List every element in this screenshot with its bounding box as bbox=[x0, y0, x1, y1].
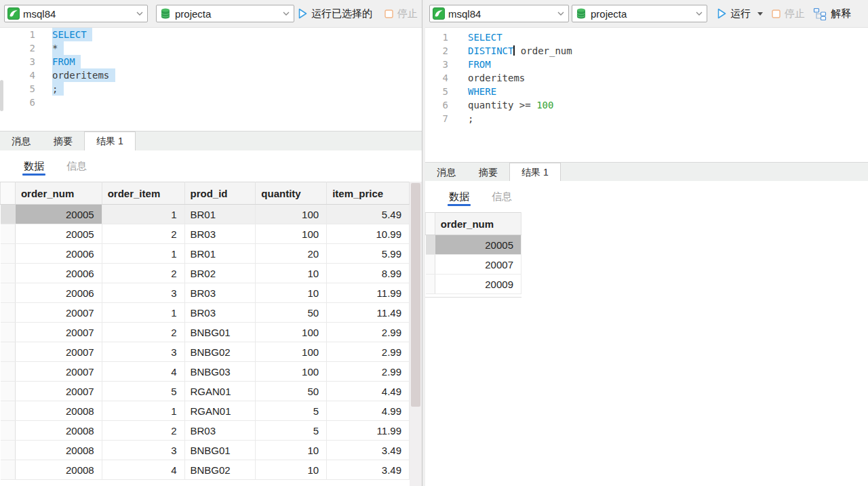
grid-cell[interactable]: 1 bbox=[102, 401, 184, 421]
editor-line[interactable]: 4orderitems bbox=[425, 71, 868, 85]
table-row[interactable]: 200052BR0310010.99 bbox=[1, 224, 410, 244]
table-row[interactable]: 200083BNBG01103.49 bbox=[1, 441, 410, 460]
grid-cell[interactable]: 10 bbox=[256, 441, 327, 460]
database-select[interactable]: projecta bbox=[156, 5, 294, 22]
grid-cell[interactable]: 20006 bbox=[15, 283, 102, 303]
sql-editor-right[interactable]: 1SELECT2DISTINCT order_num3FROM4orderite… bbox=[425, 28, 868, 165]
grid-cell[interactable]: 5.99 bbox=[327, 244, 410, 264]
grid-cell[interactable]: 50 bbox=[256, 303, 327, 323]
row-gutter[interactable] bbox=[1, 382, 16, 401]
row-gutter[interactable] bbox=[426, 275, 435, 294]
row-gutter[interactable] bbox=[1, 303, 16, 323]
grid-cell[interactable]: 100 bbox=[256, 362, 327, 382]
table-row[interactable]: 200071BR035011.49 bbox=[1, 303, 410, 323]
editor-line[interactable]: 4orderitems bbox=[0, 68, 422, 82]
table-row[interactable]: 200081RGAN0154.99 bbox=[1, 401, 410, 421]
grid-cell[interactable]: 3.49 bbox=[327, 460, 410, 480]
table-row[interactable]: 200051BR011005.49 bbox=[1, 205, 410, 224]
grid-cell[interactable]: BR02 bbox=[184, 264, 256, 283]
grid-cell[interactable]: BNBG02 bbox=[184, 342, 256, 362]
grid-cell[interactable]: RGAN01 bbox=[184, 401, 256, 421]
grid-cell[interactable]: 20007 bbox=[15, 303, 102, 323]
grid-cell[interactable]: 4 bbox=[102, 362, 184, 382]
grid-cell[interactable]: 4 bbox=[102, 460, 184, 480]
editor-line[interactable]: 6 bbox=[0, 96, 422, 109]
run-selected-button[interactable]: 运行已选择的 bbox=[298, 5, 372, 22]
table-row[interactable]: 200061BR01205.99 bbox=[1, 244, 410, 264]
scrollbar-thumb[interactable] bbox=[411, 183, 420, 407]
grid-cell[interactable]: 2.99 bbox=[327, 342, 410, 362]
row-gutter[interactable] bbox=[1, 283, 16, 303]
grid-cell[interactable]: 20006 bbox=[15, 264, 102, 283]
grid-cell[interactable]: 20006 bbox=[15, 244, 102, 264]
grid-cell[interactable]: 1 bbox=[102, 205, 184, 224]
grid-cell[interactable]: 5 bbox=[256, 421, 327, 441]
grid-cell[interactable]: 11.99 bbox=[327, 283, 410, 303]
connection-select[interactable]: msql84 bbox=[429, 5, 569, 22]
column-header-order_item[interactable]: order_item bbox=[102, 182, 184, 205]
grid-cell[interactable]: BR01 bbox=[184, 205, 256, 224]
grid-cell[interactable]: 4.49 bbox=[327, 382, 410, 401]
vertical-scrollbar[interactable] bbox=[410, 182, 422, 486]
grid-cell[interactable]: 2 bbox=[102, 421, 184, 441]
table-row[interactable]: 20005 bbox=[426, 235, 521, 255]
row-gutter[interactable] bbox=[1, 205, 16, 224]
grid-cell[interactable]: 2.99 bbox=[327, 362, 410, 382]
grid-cell[interactable]: 10 bbox=[256, 283, 327, 303]
table-row[interactable]: 200084BNBG02103.49 bbox=[1, 460, 410, 480]
grid-cell[interactable]: 10.99 bbox=[327, 224, 410, 244]
grid-cell[interactable]: 2 bbox=[102, 323, 184, 342]
subtab-data[interactable]: 数据 bbox=[449, 186, 469, 207]
grid-cell[interactable]: BNBG02 bbox=[184, 460, 256, 480]
tab-result-1[interactable]: 结果 1 bbox=[84, 131, 136, 151]
tab-summary[interactable]: 摘要 bbox=[42, 131, 84, 151]
tab-summary[interactable]: 摘要 bbox=[467, 163, 509, 182]
row-gutter[interactable] bbox=[1, 441, 16, 460]
grid-cell[interactable]: 5 bbox=[102, 382, 184, 401]
grid-cell[interactable]: 3 bbox=[102, 441, 184, 460]
grid-cell[interactable]: 2 bbox=[102, 264, 184, 283]
grid-cell[interactable]: 2.99 bbox=[327, 323, 410, 342]
grid-cell[interactable]: 100 bbox=[256, 342, 327, 362]
editor-line[interactable]: 2DISTINCT order_num bbox=[425, 44, 868, 58]
grid-cell[interactable]: 5.49 bbox=[327, 205, 410, 224]
grid-cell[interactable]: BNBG01 bbox=[184, 323, 256, 342]
tab-messages[interactable]: 消息 bbox=[425, 163, 467, 182]
grid-cell[interactable]: 20008 bbox=[15, 401, 102, 421]
grid-cell[interactable]: 2 bbox=[102, 224, 184, 244]
grid-cell[interactable]: 20009 bbox=[435, 275, 521, 294]
table-row[interactable]: 200082BR03511.99 bbox=[1, 421, 410, 441]
table-row[interactable]: 200075RGAN01504.49 bbox=[1, 382, 410, 401]
grid-cell[interactable]: BR03 bbox=[184, 421, 256, 441]
editor-line[interactable]: 5WHERE bbox=[425, 85, 868, 98]
column-header-order_num[interactable]: order_num bbox=[435, 213, 521, 235]
table-row[interactable]: 200073BNBG021002.99 bbox=[1, 342, 410, 362]
grid-cell[interactable]: 1 bbox=[102, 244, 184, 264]
grid-cell[interactable]: BR03 bbox=[184, 224, 256, 244]
row-gutter[interactable] bbox=[1, 342, 16, 362]
column-header-order_num[interactable]: order_num bbox=[15, 182, 102, 205]
tab-result-1[interactable]: 结果 1 bbox=[509, 163, 561, 182]
editor-line[interactable]: 3FROM bbox=[0, 55, 422, 68]
row-gutter[interactable] bbox=[1, 460, 16, 480]
editor-line[interactable]: 1SELECT bbox=[0, 28, 422, 41]
column-header-prod_id[interactable]: prod_id bbox=[184, 182, 256, 205]
editor-line[interactable]: 2* bbox=[0, 41, 422, 55]
editor-line[interactable]: 5; bbox=[0, 82, 422, 96]
column-header-quantity[interactable]: quantity bbox=[256, 182, 327, 205]
grid-cell[interactable]: 20007 bbox=[15, 323, 102, 342]
splitter-handle[interactable] bbox=[0, 80, 3, 111]
editor-line[interactable]: 3FROM bbox=[425, 58, 868, 71]
editor-line[interactable]: 6quantity >= 100 bbox=[425, 98, 868, 112]
table-row[interactable]: 200063BR031011.99 bbox=[1, 283, 410, 303]
table-row[interactable]: 200074BNBG031002.99 bbox=[1, 362, 410, 382]
tab-messages[interactable]: 消息 bbox=[0, 131, 42, 151]
subtab-info[interactable]: 信息 bbox=[66, 156, 87, 176]
grid-cell[interactable]: 20007 bbox=[15, 362, 102, 382]
subtab-data[interactable]: 数据 bbox=[24, 156, 44, 176]
grid-cell[interactable]: 1 bbox=[102, 303, 184, 323]
grid-cell[interactable]: BR03 bbox=[184, 303, 256, 323]
grid-cell[interactable]: 100 bbox=[256, 323, 327, 342]
grid-cell[interactable]: BNBG01 bbox=[184, 441, 256, 460]
row-gutter[interactable] bbox=[426, 255, 435, 275]
